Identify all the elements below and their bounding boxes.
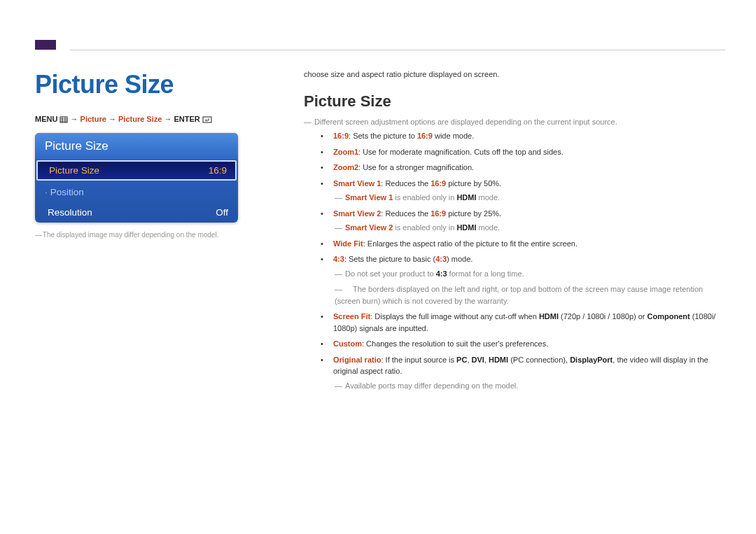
opt-tail: picture by 25%. — [446, 209, 501, 218]
note-text: is enabled only in — [393, 223, 456, 232]
option-4-3: 4:3: Sets the picture to basic (4:3) mod… — [321, 253, 722, 307]
svg-rect-0 — [60, 117, 67, 122]
note-bold: HDMI — [456, 193, 476, 202]
note-text: Do not set your product to — [345, 269, 436, 278]
opt-label: Zoom1 — [333, 148, 358, 156]
opt-hl2: 16:9 — [430, 179, 446, 188]
opt-text: : Sets the picture to — [349, 132, 417, 140]
note-hl: Smart View 1 — [345, 193, 393, 202]
opt-text: : Reduces the — [381, 179, 430, 188]
image-caption-note: The displayed image may differ depending… — [35, 231, 287, 239]
horizontal-rule-top — [70, 50, 725, 50]
breadcrumb-enter: ENTER — [174, 115, 200, 123]
opt-text: (720p / 1080i / 1080p) or — [559, 312, 648, 321]
breadcrumb-arrow: → — [164, 115, 172, 123]
opt-text: : Reduces the — [381, 209, 430, 218]
breadcrumb-arrow: → — [71, 115, 78, 123]
opt-tail: ) mode. — [447, 255, 472, 263]
osd-row-label: Picture Size — [46, 165, 99, 176]
opt-bold: DisplayPort — [570, 356, 612, 364]
osd-row-label: Resolution — [45, 207, 92, 218]
opt-label: Smart View 1 — [333, 179, 381, 188]
opt-label: Zoom2 — [333, 163, 358, 171]
breadcrumb-picture-size: Picture Size — [118, 115, 162, 123]
osd-menu-preview: Picture Size Picture Size 16:9 Position … — [35, 133, 238, 223]
opt-bold: DVI — [472, 356, 484, 364]
opt-text: : Displays the full image without any cu… — [370, 312, 539, 321]
osd-menu-row-picture-size[interactable]: Picture Size 16:9 — [36, 160, 237, 181]
opt-label: 16:9 — [333, 132, 349, 140]
opt-label: 4:3 — [333, 255, 344, 263]
note-text: is enabled only in — [393, 193, 456, 202]
opt-hl2: 4:3 — [435, 255, 447, 263]
intro-text: choose size and aspect ratio picture dis… — [304, 70, 722, 78]
osd-menu-header: Picture Size — [35, 133, 238, 159]
note-tail: mode. — [477, 223, 500, 232]
option-screen-fit: Screen Fit: Displays the full image with… — [321, 311, 722, 334]
section-subtitle: Picture Size — [304, 92, 722, 111]
opt-text: : Changes the resolution to suit the use… — [362, 339, 548, 348]
opt-text: : Enlarges the aspect ratio of the pictu… — [363, 239, 578, 248]
sub-note-sv1: Smart View 1 is enabled only in HDMI mod… — [335, 192, 722, 204]
enter-icon — [202, 116, 212, 125]
opt-label: Custom — [333, 339, 362, 348]
osd-menu-row-position[interactable]: Position — [35, 182, 238, 202]
option-custom: Custom: Changes the resolution to suit t… — [321, 338, 722, 350]
breadcrumb-picture: Picture — [80, 115, 106, 123]
sub-note-original: Available ports may differ depending on … — [335, 380, 722, 392]
option-smart-view-2: Smart View 2: Reduces the 16:9 picture b… — [321, 208, 722, 234]
opt-label: Smart View 2 — [333, 209, 381, 218]
opt-text: : Use for moderate magnification. Cuts o… — [358, 148, 564, 156]
note-tail: mode. — [477, 193, 500, 202]
note-bold: HDMI — [456, 223, 476, 232]
decorative-bar — [35, 40, 56, 50]
option-wide-fit: Wide Fit: Enlarges the aspect ratio of t… — [321, 238, 722, 250]
opt-text: : Sets the picture to basic ( — [344, 255, 435, 263]
opt-hl2: 16:9 — [417, 132, 433, 140]
opt-bold: HDMI — [539, 312, 559, 321]
opt-bold: HDMI — [489, 356, 508, 364]
osd-menu-row-resolution[interactable]: Resolution Off — [35, 202, 238, 223]
opt-tail: wide mode. — [433, 132, 474, 140]
osd-row-label: Position — [45, 187, 84, 197]
option-original-ratio: Original ratio: If the input source is P… — [321, 354, 722, 392]
opt-bold: PC — [456, 356, 467, 364]
opt-label: Screen Fit — [333, 312, 370, 321]
option-zoom1: Zoom1: Use for moderate magnification. C… — [321, 146, 722, 158]
options-list: 16:9: Sets the picture to 16:9 wide mode… — [304, 130, 722, 391]
sub-note-43a: Do not set your product to 4:3 format fo… — [335, 268, 722, 280]
svg-rect-5 — [203, 117, 211, 122]
opt-text: : Use for a stronger magnification. — [358, 163, 474, 171]
note-text: The borders displayed on the left and ri… — [335, 285, 703, 305]
opt-label: Original ratio — [333, 356, 381, 364]
option-zoom2: Zoom2: Use for a stronger magnification. — [321, 162, 722, 174]
sub-note-sv2: Smart View 2 is enabled only in HDMI mod… — [335, 222, 722, 234]
opt-text: (PC connection), — [508, 356, 570, 364]
note-bold: 4:3 — [436, 269, 447, 278]
note-hl: Smart View 2 — [345, 223, 393, 232]
opt-bold: Component — [648, 312, 690, 321]
osd-row-value: Off — [216, 207, 228, 218]
opt-label: Wide Fit — [333, 239, 363, 248]
right-column: choose size and aspect ratio picture dis… — [304, 70, 722, 395]
note-tail: format for a long time. — [447, 269, 524, 278]
page-title: Picture Size — [35, 70, 287, 99]
sub-note-43b: ―The borders displayed on the left and r… — [335, 283, 722, 307]
breadcrumb-arrow: → — [108, 115, 116, 123]
left-column: Picture Size MENU → Picture → Picture Si… — [35, 70, 287, 395]
breadcrumb: MENU → Picture → Picture Size → ENTER — [35, 115, 287, 125]
menu-grid-icon — [59, 116, 68, 125]
option-smart-view-1: Smart View 1: Reduces the 16:9 picture b… — [321, 178, 722, 204]
opt-hl2: 16:9 — [430, 209, 446, 218]
opt-tail: picture by 50%. — [446, 179, 501, 188]
osd-row-value: 16:9 — [209, 165, 227, 176]
opt-text: : If the input source is — [381, 356, 456, 364]
breadcrumb-menu: MENU — [35, 115, 57, 123]
option-16-9: 16:9: Sets the picture to 16:9 wide mode… — [321, 130, 722, 142]
note-input-source: Different screen adjustment options are … — [304, 118, 722, 126]
